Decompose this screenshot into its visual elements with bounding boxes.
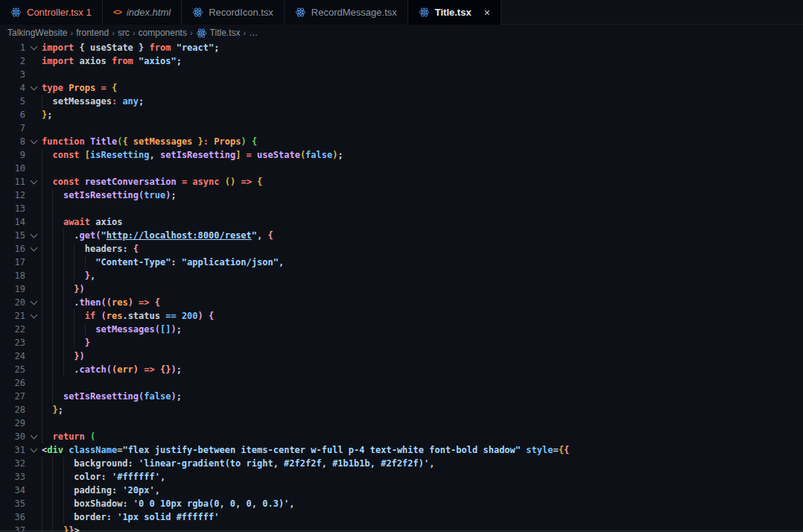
code-text[interactable] [42,121,803,135]
code-text[interactable]: boxShadow: '0 0 10px rgba(0, 0, 0, 0.3)'… [42,497,803,510]
code-line[interactable]: 30 return ( [0,430,803,443]
code-text[interactable]: const [isResetting, setIsResetting] = us… [42,148,803,162]
fold-chevron-icon[interactable] [25,81,42,95]
code-line[interactable]: 15 .get("http://localhost:8000/reset", { [0,229,803,242]
fold-chevron-icon[interactable] [25,296,42,309]
code-line[interactable]: 17 "Content-Type": "application/json", [0,256,803,269]
code-line[interactable]: 2import axios from "axios"; [0,54,803,68]
code-line[interactable]: 13 [0,202,803,215]
code-line[interactable]: 24 }) [0,349,803,363]
code-text[interactable] [42,417,803,430]
code-text[interactable]: import axios from "axios"; [42,54,803,68]
breadcrumb-item-src[interactable]: src [118,28,130,38]
code-text[interactable]: } [42,336,803,349]
code-text[interactable] [42,376,803,390]
code-line[interactable]: 12 setIsResetting(true); [0,189,803,202]
fold-chevron-icon[interactable] [25,41,42,54]
tab-title-tsx[interactable]: Title.tsx× [408,0,501,25]
code-text[interactable]: }) [42,349,803,363]
breadcrumb-item-components[interactable]: components [139,28,187,38]
code-text[interactable]: if (res.status == 200) { [42,309,803,323]
code-line[interactable]: 6}; [0,108,803,121]
fold-chevron-icon[interactable] [25,309,42,323]
breadcrumb-item-talkingwebsite[interactable]: TalkingWebsite [7,28,67,38]
code-line[interactable]: 18 }, [0,269,803,282]
code-line[interactable]: 25 .catch((err) => {}); [0,363,803,376]
code-line[interactable]: 28 }; [0,403,803,417]
fold-gutter [25,256,42,269]
tab-index-html[interactable]: <>index.html [103,0,182,25]
code-text[interactable]: }; [42,403,803,417]
code-line[interactable]: 35 boxShadow: '0 0 10px rgba(0, 0, 0, 0.… [0,497,803,510]
code-text[interactable]: setMessages: any; [42,95,803,108]
code-text[interactable]: const resetConversation = async () => { [42,175,803,189]
fold-chevron-icon[interactable] [25,175,42,189]
code-line[interactable]: 33 color: '#ffffff', [0,470,803,484]
code-text[interactable]: "Content-Type": "application/json", [42,256,803,269]
code-line[interactable]: 36 border: '1px solid #ffffff' [0,510,803,524]
code-text[interactable]: }) [42,282,803,296]
code-text[interactable]: }}> [42,524,803,532]
code-text[interactable]: setMessages([]); [42,323,803,336]
code-line[interactable]: 21 if (res.status == 200) { [0,309,803,323]
code-text[interactable]: setIsResetting(false); [42,390,803,403]
breadcrumb-item-frontend[interactable]: frontend [76,28,109,38]
code-text[interactable]: type Props = { [42,81,803,95]
breadcrumb-item-file[interactable]: Title.tsx [196,28,241,39]
code-line[interactable]: 11 const resetConversation = async () =>… [0,175,803,189]
code-text[interactable]: return ( [42,430,803,443]
code-text[interactable]: border: '1px solid #ffffff' [42,510,803,524]
code-token: ( [107,364,112,375]
code-text[interactable]: import { useState } from "react"; [42,41,803,54]
code-line[interactable]: 26 [0,376,803,390]
code-line[interactable]: 9 const [isResetting, setIsResetting] = … [0,148,803,162]
code-text[interactable]: setIsResetting(true); [42,189,803,202]
code-text[interactable]: await axios [42,215,803,229]
fold-chevron-icon[interactable] [25,430,42,443]
code-line[interactable]: 37 }}> [0,524,803,532]
code-text[interactable]: }; [42,108,803,121]
code-editor[interactable]: 1import { useState } from "react";2impor… [0,41,803,532]
fold-chevron-icon[interactable] [25,443,42,457]
code-line[interactable]: 31<div className="flex justify-between i… [0,443,803,457]
code-line[interactable]: 34 padding: '20px', [0,484,803,497]
code-line[interactable]: 10 [0,162,803,175]
code-line[interactable]: 22 setMessages([]); [0,323,803,336]
code-line[interactable]: 4type Props = { [0,81,803,95]
code-line[interactable]: 1import { useState } from "react"; [0,41,803,54]
code-text[interactable]: function Title({ setMessages }: Props) { [42,135,803,148]
code-text[interactable]: .then((res) => { [42,296,803,309]
code-text[interactable]: .catch((err) => {}); [42,363,803,376]
code-text[interactable] [42,162,803,175]
breadcrumb-ellipsis[interactable]: … [249,28,258,38]
fold-chevron-icon[interactable] [25,242,42,256]
code-token: = [247,150,252,160]
code-line[interactable]: 3 [0,68,803,81]
code-text[interactable]: padding: '20px', [42,484,803,497]
code-text[interactable]: color: '#ffffff', [42,470,803,484]
code-line[interactable]: 29 [0,417,803,430]
tab-controller-tsx-1[interactable]: Controller.tsx 1 [0,0,103,25]
code-line[interactable]: 27 setIsResetting(false); [0,390,803,403]
code-line[interactable]: 16 headers: { [0,242,803,256]
code-line[interactable]: 19 }) [0,282,803,296]
code-line[interactable]: 14 await axios [0,215,803,229]
code-text[interactable] [42,68,803,81]
fold-chevron-icon[interactable] [25,229,42,242]
code-text[interactable]: }, [42,269,803,282]
close-icon[interactable]: × [484,7,490,18]
fold-chevron-icon[interactable] [25,135,42,148]
code-text[interactable] [42,202,803,215]
tab-recordicon-tsx[interactable]: RecordIcon.tsx [182,0,285,25]
code-text[interactable]: headers: { [42,242,803,256]
code-line[interactable]: 5 setMessages: any; [0,95,803,108]
code-line[interactable]: 23 } [0,336,803,349]
code-text[interactable]: background: 'linear-gradient(to right, #… [42,457,803,470]
code-line[interactable]: 8function Title({ setMessages }: Props) … [0,135,803,148]
code-line[interactable]: 20 .then((res) => { [0,296,803,309]
code-line[interactable]: 7 [0,121,803,135]
code-text[interactable]: .get("http://localhost:8000/reset", { [42,229,803,242]
code-text[interactable]: <div className="flex justify-between ite… [42,443,803,457]
code-line[interactable]: 32 background: 'linear-gradient(to right… [0,457,803,470]
tab-recordmessage-tsx[interactable]: RecordMessage.tsx [285,0,408,25]
